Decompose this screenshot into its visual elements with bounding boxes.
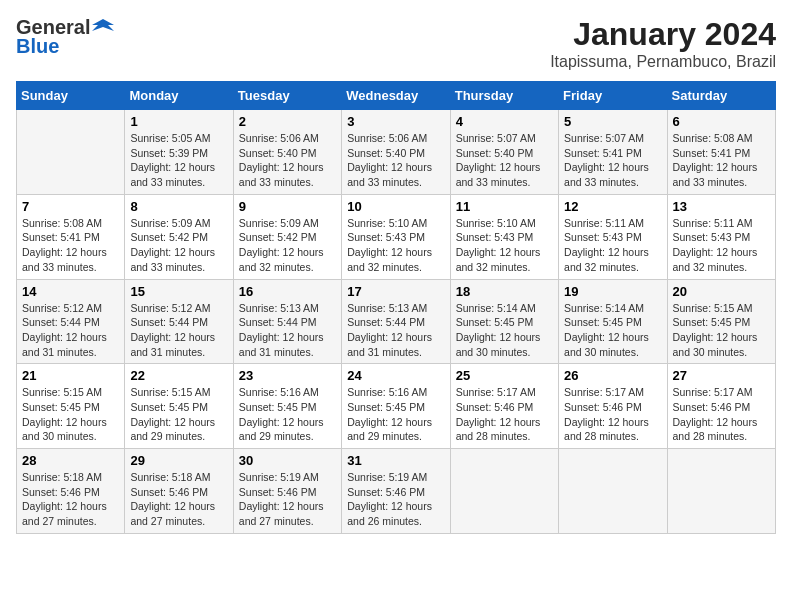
- sunset-text: Sunset: 5:43 PM: [673, 231, 751, 243]
- sunset-text: Sunset: 5:41 PM: [22, 231, 100, 243]
- calendar-cell: 31Sunrise: 5:19 AMSunset: 5:46 PMDayligh…: [342, 449, 450, 534]
- day-info: Sunrise: 5:18 AMSunset: 5:46 PMDaylight:…: [22, 470, 119, 529]
- sunrise-text: Sunrise: 5:06 AM: [347, 132, 427, 144]
- calendar-cell: 5Sunrise: 5:07 AMSunset: 5:41 PMDaylight…: [559, 110, 667, 195]
- day-number: 22: [130, 368, 227, 383]
- day-number: 1: [130, 114, 227, 129]
- sunset-text: Sunset: 5:46 PM: [456, 401, 534, 413]
- day-number: 3: [347, 114, 444, 129]
- sunset-text: Sunset: 5:40 PM: [456, 147, 534, 159]
- calendar-cell: 28Sunrise: 5:18 AMSunset: 5:46 PMDayligh…: [17, 449, 125, 534]
- sunrise-text: Sunrise: 5:17 AM: [456, 386, 536, 398]
- calendar-cell: 24Sunrise: 5:16 AMSunset: 5:45 PMDayligh…: [342, 364, 450, 449]
- calendar-cell: 1Sunrise: 5:05 AMSunset: 5:39 PMDaylight…: [125, 110, 233, 195]
- calendar-cell: 11Sunrise: 5:10 AMSunset: 5:43 PMDayligh…: [450, 194, 558, 279]
- daylight-text: Daylight: 12 hours and 29 minutes.: [347, 416, 432, 443]
- calendar-cell: [17, 110, 125, 195]
- day-number: 29: [130, 453, 227, 468]
- calendar-week-1: 1Sunrise: 5:05 AMSunset: 5:39 PMDaylight…: [17, 110, 776, 195]
- calendar-cell: 3Sunrise: 5:06 AMSunset: 5:40 PMDaylight…: [342, 110, 450, 195]
- day-info: Sunrise: 5:18 AMSunset: 5:46 PMDaylight:…: [130, 470, 227, 529]
- col-saturday: Saturday: [667, 82, 775, 110]
- day-info: Sunrise: 5:06 AMSunset: 5:40 PMDaylight:…: [239, 131, 336, 190]
- daylight-text: Daylight: 12 hours and 33 minutes.: [22, 246, 107, 273]
- calendar-cell: 6Sunrise: 5:08 AMSunset: 5:41 PMDaylight…: [667, 110, 775, 195]
- day-info: Sunrise: 5:15 AMSunset: 5:45 PMDaylight:…: [673, 301, 770, 360]
- calendar-cell: 15Sunrise: 5:12 AMSunset: 5:44 PMDayligh…: [125, 279, 233, 364]
- day-number: 18: [456, 284, 553, 299]
- daylight-text: Daylight: 12 hours and 31 minutes.: [130, 331, 215, 358]
- day-info: Sunrise: 5:10 AMSunset: 5:43 PMDaylight:…: [456, 216, 553, 275]
- calendar-cell: [450, 449, 558, 534]
- sunset-text: Sunset: 5:40 PM: [239, 147, 317, 159]
- sunrise-text: Sunrise: 5:15 AM: [130, 386, 210, 398]
- header: General Blue January 2024 Itapissuma, Pe…: [16, 16, 776, 71]
- daylight-text: Daylight: 12 hours and 31 minutes.: [347, 331, 432, 358]
- day-number: 25: [456, 368, 553, 383]
- sunrise-text: Sunrise: 5:08 AM: [22, 217, 102, 229]
- day-info: Sunrise: 5:09 AMSunset: 5:42 PMDaylight:…: [130, 216, 227, 275]
- sunrise-text: Sunrise: 5:11 AM: [564, 217, 644, 229]
- daylight-text: Daylight: 12 hours and 33 minutes.: [130, 246, 215, 273]
- daylight-text: Daylight: 12 hours and 31 minutes.: [22, 331, 107, 358]
- sunset-text: Sunset: 5:45 PM: [673, 316, 751, 328]
- day-info: Sunrise: 5:12 AMSunset: 5:44 PMDaylight:…: [130, 301, 227, 360]
- daylight-text: Daylight: 12 hours and 31 minutes.: [239, 331, 324, 358]
- day-number: 7: [22, 199, 119, 214]
- day-info: Sunrise: 5:19 AMSunset: 5:46 PMDaylight:…: [239, 470, 336, 529]
- day-number: 17: [347, 284, 444, 299]
- daylight-text: Daylight: 12 hours and 33 minutes.: [239, 161, 324, 188]
- sunset-text: Sunset: 5:46 PM: [239, 486, 317, 498]
- day-info: Sunrise: 5:07 AMSunset: 5:41 PMDaylight:…: [564, 131, 661, 190]
- calendar-header: Sunday Monday Tuesday Wednesday Thursday…: [17, 82, 776, 110]
- col-thursday: Thursday: [450, 82, 558, 110]
- day-number: 16: [239, 284, 336, 299]
- daylight-text: Daylight: 12 hours and 32 minutes.: [456, 246, 541, 273]
- calendar-cell: 8Sunrise: 5:09 AMSunset: 5:42 PMDaylight…: [125, 194, 233, 279]
- daylight-text: Daylight: 12 hours and 32 minutes.: [673, 246, 758, 273]
- day-info: Sunrise: 5:08 AMSunset: 5:41 PMDaylight:…: [22, 216, 119, 275]
- calendar-cell: 29Sunrise: 5:18 AMSunset: 5:46 PMDayligh…: [125, 449, 233, 534]
- sunrise-text: Sunrise: 5:14 AM: [564, 302, 644, 314]
- day-number: 20: [673, 284, 770, 299]
- day-info: Sunrise: 5:06 AMSunset: 5:40 PMDaylight:…: [347, 131, 444, 190]
- calendar-cell: 22Sunrise: 5:15 AMSunset: 5:45 PMDayligh…: [125, 364, 233, 449]
- sunrise-text: Sunrise: 5:09 AM: [239, 217, 319, 229]
- svg-marker-0: [92, 19, 114, 31]
- calendar-table: Sunday Monday Tuesday Wednesday Thursday…: [16, 81, 776, 534]
- calendar-cell: [667, 449, 775, 534]
- daylight-text: Daylight: 12 hours and 33 minutes.: [347, 161, 432, 188]
- sunrise-text: Sunrise: 5:10 AM: [347, 217, 427, 229]
- col-friday: Friday: [559, 82, 667, 110]
- day-info: Sunrise: 5:05 AMSunset: 5:39 PMDaylight:…: [130, 131, 227, 190]
- sunset-text: Sunset: 5:46 PM: [564, 401, 642, 413]
- daylight-text: Daylight: 12 hours and 32 minutes.: [347, 246, 432, 273]
- sunrise-text: Sunrise: 5:09 AM: [130, 217, 210, 229]
- day-number: 9: [239, 199, 336, 214]
- daylight-text: Daylight: 12 hours and 27 minutes.: [239, 500, 324, 527]
- logo-bird-icon: [92, 17, 114, 39]
- sunrise-text: Sunrise: 5:12 AM: [130, 302, 210, 314]
- day-number: 19: [564, 284, 661, 299]
- calendar-cell: 2Sunrise: 5:06 AMSunset: 5:40 PMDaylight…: [233, 110, 341, 195]
- sunset-text: Sunset: 5:42 PM: [239, 231, 317, 243]
- sunset-text: Sunset: 5:39 PM: [130, 147, 208, 159]
- sunrise-text: Sunrise: 5:15 AM: [22, 386, 102, 398]
- sunset-text: Sunset: 5:45 PM: [347, 401, 425, 413]
- calendar-cell: [559, 449, 667, 534]
- calendar-week-4: 21Sunrise: 5:15 AMSunset: 5:45 PMDayligh…: [17, 364, 776, 449]
- day-info: Sunrise: 5:11 AMSunset: 5:43 PMDaylight:…: [564, 216, 661, 275]
- calendar-cell: 17Sunrise: 5:13 AMSunset: 5:44 PMDayligh…: [342, 279, 450, 364]
- day-number: 27: [673, 368, 770, 383]
- calendar-cell: 19Sunrise: 5:14 AMSunset: 5:45 PMDayligh…: [559, 279, 667, 364]
- calendar-cell: 4Sunrise: 5:07 AMSunset: 5:40 PMDaylight…: [450, 110, 558, 195]
- sunset-text: Sunset: 5:44 PM: [239, 316, 317, 328]
- calendar-cell: 21Sunrise: 5:15 AMSunset: 5:45 PMDayligh…: [17, 364, 125, 449]
- daylight-text: Daylight: 12 hours and 28 minutes.: [673, 416, 758, 443]
- day-info: Sunrise: 5:19 AMSunset: 5:46 PMDaylight:…: [347, 470, 444, 529]
- day-info: Sunrise: 5:17 AMSunset: 5:46 PMDaylight:…: [456, 385, 553, 444]
- day-number: 12: [564, 199, 661, 214]
- calendar-cell: 10Sunrise: 5:10 AMSunset: 5:43 PMDayligh…: [342, 194, 450, 279]
- sunrise-text: Sunrise: 5:08 AM: [673, 132, 753, 144]
- day-info: Sunrise: 5:14 AMSunset: 5:45 PMDaylight:…: [564, 301, 661, 360]
